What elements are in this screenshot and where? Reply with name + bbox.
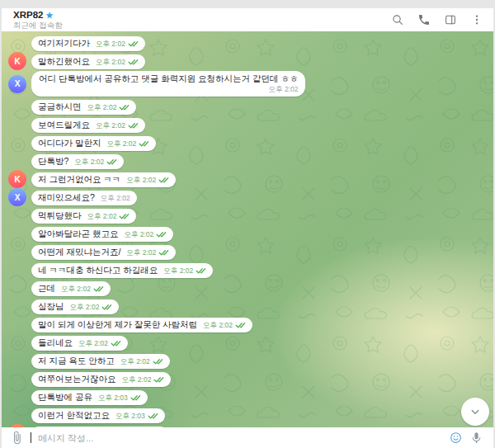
message-meta: 오후 2:02 (126, 174, 169, 186)
message-meta: 오후 2:02 (70, 301, 113, 313)
message-text: 단톡방에 공유 (38, 392, 92, 402)
message-bubble[interactable]: 어디 단톡방에서 공유하고 댓글 화력지원 요청하시는거 같던데 ㅎㅎ오후 2:… (31, 71, 305, 97)
message-row: 어디다가 말한지오후 2:02 (31, 134, 493, 151)
chat-title: XRP82 (13, 10, 43, 21)
message-time: 오후 2:02 (106, 139, 136, 148)
message-row: 근데오후 2:02 (31, 280, 493, 296)
message-bubble[interactable]: 궁금하시면오후 2:02 (31, 100, 136, 115)
microphone-icon[interactable] (469, 431, 483, 445)
message-meta: 오후 2:02 (106, 138, 149, 149)
message-row: K저 단톡방도 없어요오후 2:03 (31, 425, 493, 427)
avatar[interactable]: X (8, 75, 26, 93)
avatar[interactable]: X (8, 188, 26, 206)
chat-area[interactable]: 여기저기다가오후 2:02K말하긴했어요오후 2:02X어디 단톡방에서 공유하… (2, 31, 493, 427)
read-ticks-icon (101, 304, 112, 310)
message-meta: 오후 2:02 (96, 120, 139, 131)
message-bubble[interactable]: 여쭈어보는거잖아요오후 2:02 (31, 372, 171, 387)
message-row: K저 그런거없어요 ㅋㅋ오후 2:02 (31, 171, 493, 187)
message-time: 오후 2:02 (101, 194, 130, 202)
message-bubble[interactable]: 재미있으세요?오후 2:02 (31, 191, 137, 205)
message-meta: 오후 2:03 (98, 392, 141, 403)
message-time: 오후 2:02 (96, 40, 125, 48)
search-icon[interactable] (391, 13, 404, 26)
read-ticks-icon (128, 40, 139, 47)
avatar[interactable]: K (8, 52, 26, 70)
message-time: 오후 2:02 (126, 248, 156, 257)
message-row: 실장님오후 2:02 (31, 298, 493, 314)
message-meta: 오후 2:03 (116, 410, 158, 422)
message-meta: 오후 2:02 (126, 247, 169, 258)
scroll-to-bottom-button[interactable] (461, 398, 489, 426)
message-bubble[interactable]: 저 그런거없어요 ㅋㅋ오후 2:02 (31, 172, 176, 187)
message-bubble[interactable]: 네 ㅋㅋ대충 하신다고 하길래요오후 2:02 (31, 263, 213, 278)
premium-star-icon: ★ (45, 12, 53, 20)
read-ticks-icon (148, 413, 158, 419)
read-ticks-icon (156, 231, 167, 238)
message-bubble[interactable]: 단톡방에 공유오후 2:03 (31, 390, 148, 405)
message-text: 저 그런거없어요 ㅋㅋ (38, 174, 120, 184)
emoji-icon[interactable] (449, 431, 463, 445)
chat-status: 최근에 접속함 (13, 21, 63, 30)
message-text: 먹튀당했다 (38, 210, 82, 220)
read-ticks-icon (235, 322, 246, 328)
message-list: 여기저기다가오후 2:02K말하긴했어요오후 2:02X어디 단톡방에서 공유하… (2, 31, 493, 427)
message-text: 어디다가 말한지 (38, 138, 101, 148)
message-meta: 오후 2:02 (101, 192, 130, 204)
message-bubble[interactable]: 단톡방?오후 2:02 (31, 154, 124, 169)
avatar[interactable]: K (8, 424, 26, 427)
message-meta: 오후 2:02 (87, 101, 130, 113)
message-time: 오후 2:02 (96, 121, 125, 130)
message-time: 오후 2:02 (70, 303, 100, 311)
message-time: 오후 2:03 (116, 412, 145, 420)
message-bubble[interactable]: 저 지금 욕도 안하고오후 2:02 (31, 354, 170, 369)
telegram-chat-window: XRP82 ★ 최근에 접속함 (2, 8, 493, 448)
message-bubble[interactable]: 먹튀당했다오후 2:02 (31, 209, 136, 224)
message-meta: 오후 2:02 (203, 319, 246, 331)
message-time: 오후 2:03 (98, 394, 128, 402)
read-ticks-icon (153, 376, 164, 383)
message-text: 보여드릴게요 (38, 120, 90, 130)
message-bubble[interactable]: 들리네요오후 2:02 (31, 336, 128, 351)
message-text: 말이 되게 이상한게 제가 잘못한 사람처럼 (38, 319, 197, 329)
message-time: 오후 2:02 (87, 212, 117, 220)
message-text: 네 ㅋㅋ대충 하신다고 하길래요 (38, 265, 158, 275)
phone-icon[interactable] (417, 13, 431, 26)
message-bubble[interactable]: 이런거 한적없고요오후 2:03 (31, 408, 165, 423)
chat-title-row: XRP82 ★ (13, 10, 63, 21)
message-bubble[interactable]: 말이 되게 이상한게 제가 잘못한 사람처럼오후 2:02 (31, 318, 252, 332)
message-bubble[interactable]: 근데오후 2:02 (31, 281, 111, 296)
message-row: 먹튀당했다오후 2:02 (31, 207, 493, 224)
message-meta: 오후 2:02 (120, 356, 163, 367)
read-ticks-icon (158, 177, 169, 183)
read-ticks-icon (196, 267, 206, 274)
message-row: 단톡방?오후 2:02 (31, 153, 493, 169)
attach-paperclip-icon[interactable] (10, 431, 24, 445)
message-bubble[interactable]: 여기저기다가오후 2:02 (31, 36, 145, 51)
message-meta: 오후 2:02 (78, 337, 121, 349)
message-bubble[interactable]: 실장님오후 2:02 (31, 299, 119, 314)
side-panel-icon[interactable] (444, 13, 457, 26)
read-ticks-icon (128, 59, 139, 65)
avatar[interactable]: K (8, 170, 26, 188)
message-row: 여쭈어보는거잖아요오후 2:02 (31, 370, 493, 387)
message-meta: 오후 2:02 (61, 283, 104, 295)
message-time: 오후 2:02 (126, 176, 156, 184)
message-input[interactable] (38, 433, 442, 443)
message-bubble[interactable]: 알아봐달라곤 했고요오후 2:02 (31, 227, 173, 242)
message-text: 알아봐달라곤 했고요 (38, 229, 118, 238)
message-text: 실장님 (38, 301, 64, 311)
message-bubble[interactable]: 어떤게 재밌냐는거죠/오후 2:02 (31, 245, 176, 260)
message-text: 저 지금 욕도 안하고 (38, 356, 115, 365)
message-text: 궁금하시면 (38, 101, 82, 111)
message-bubble[interactable]: 저 단톡방도 없어요오후 2:03 (31, 427, 167, 427)
message-text: 단톡방? (38, 156, 68, 166)
message-bubble[interactable]: 말하긴했어요오후 2:02 (31, 54, 145, 69)
message-text: 들리네요 (38, 337, 73, 347)
message-bubble[interactable]: 보여드릴게요오후 2:02 (31, 118, 145, 133)
chat-header-info[interactable]: XRP82 ★ 최근에 접속함 (13, 10, 63, 30)
message-bubble[interactable]: 어디다가 말한지오후 2:02 (31, 136, 156, 151)
read-ticks-icon (153, 358, 163, 365)
read-ticks-icon (111, 340, 121, 347)
message-time: 오후 2:02 (96, 58, 125, 66)
kebab-menu-icon[interactable] (470, 13, 483, 26)
